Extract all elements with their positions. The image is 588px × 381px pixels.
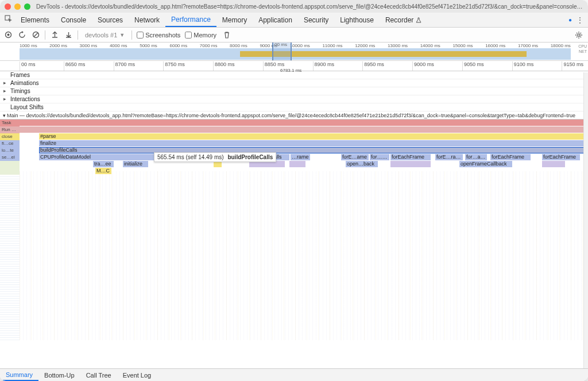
tab-sources[interactable]: Sources — [92, 13, 129, 27]
details-tab-calltree[interactable]: Call Tree — [80, 369, 117, 381]
overview-tick: 2000 ms — [49, 43, 67, 48]
chevron-down-icon: ▾ — [0, 113, 7, 118]
overview-right-labels: CPU NET — [578, 44, 587, 54]
flame-bar-openframecallback[interactable]: open…back — [346, 161, 378, 167]
tab-security[interactable]: Security — [298, 13, 334, 27]
overview-tick: 11000 ms — [322, 43, 342, 48]
track-main[interactable]: ▾ Main — devtools://devtools/bundled/dev… — [0, 111, 588, 120]
overview-selection[interactable]: 00 ms — [272, 43, 292, 60]
overview-tick: 14000 ms — [420, 43, 440, 48]
flame-chart[interactable]: #parse finalize buildProfileCalls CPUPro… — [20, 120, 588, 340]
gutter-seel: se…el — [0, 154, 20, 161]
flame-bar-foreachframe[interactable]: forE…rame — [435, 154, 463, 160]
overview-net-label: NET — [578, 49, 587, 54]
tab-application[interactable]: Application — [253, 13, 298, 27]
ruler-tick: 8650 ms — [64, 61, 86, 71]
garbage-collect-icon[interactable] — [222, 30, 231, 40]
gutter-micro: Run Microtasks — [0, 126, 20, 133]
tab-recorder[interactable]: Recorder — [380, 13, 427, 27]
inspect-element-icon[interactable] — [2, 15, 15, 25]
flame-bar-initialize[interactable]: initialize — [123, 161, 148, 167]
ruler-tick: 9000 ms — [412, 61, 434, 71]
memory-label: Memory — [194, 32, 216, 39]
chevron-down-icon: ▼ — [119, 32, 125, 38]
tab-elements[interactable]: Elements — [15, 13, 55, 27]
details-tabs: Summary Bottom-Up Call Tree Event Log — [0, 368, 588, 381]
overview-cpu-band — [20, 48, 571, 60]
details-tab-bottomup[interactable]: Bottom-Up — [38, 369, 80, 381]
overview-tick: 15000 ms — [452, 43, 473, 48]
reload-record-icon[interactable] — [17, 30, 26, 40]
flame-bar-trace[interactable]: tra…ee — [93, 161, 114, 167]
overview-cpu-label: CPU — [578, 44, 587, 49]
flame-bar[interactable] — [542, 161, 565, 167]
more-tabs-icon[interactable]: ⋮ — [577, 16, 583, 24]
tab-console[interactable]: Console — [55, 13, 92, 27]
flame-bar[interactable] — [289, 161, 305, 167]
track-frames[interactable]: Frames — [0, 71, 588, 79]
scrollbar-vertical[interactable] — [583, 72, 588, 368]
tab-performance[interactable]: Performance — [165, 13, 216, 27]
overview-tick: 12000 ms — [355, 43, 375, 48]
flame-bar-openframecallback[interactable]: openFrameCallback — [459, 161, 512, 167]
tab-lighthouse[interactable]: Lighthouse — [334, 13, 380, 27]
track-label: Frames — [10, 72, 30, 78]
track-layout-shifts[interactable]: Layout Shifts — [0, 103, 588, 111]
window-title: DevTools - devtools://devtools/bundled/d… — [36, 3, 583, 10]
flame-bar-mc[interactable]: M…C — [95, 168, 111, 174]
save-profile-icon[interactable] — [64, 30, 73, 40]
flame-bar-microtasks[interactable] — [20, 126, 588, 133]
load-profile-icon[interactable] — [50, 30, 59, 40]
tab-network[interactable]: Network — [129, 13, 165, 27]
track-interactions[interactable]: ▸Interactions — [0, 95, 588, 103]
track-label: Timings — [10, 88, 30, 94]
flame-bar-foreachframe[interactable]: for…me — [370, 154, 389, 160]
details-tab-eventlog[interactable]: Event Log — [117, 369, 157, 381]
zoom-window-icon[interactable] — [24, 3, 30, 10]
flame-bar-cpuprofiledatamodel[interactable]: CPUProfileDataModel — [39, 154, 154, 160]
flame-bar-foreachframe[interactable]: forEachFrame — [490, 154, 531, 160]
detail-ruler[interactable]: 00 ms 8650 ms 8700 ms 8750 ms 8800 ms 88… — [0, 61, 588, 71]
minimize-window-icon[interactable] — [14, 3, 21, 10]
flame-bar-parse[interactable]: #parse — [39, 133, 588, 140]
track-label: Interactions — [10, 96, 40, 102]
flame-bar[interactable] — [390, 161, 431, 167]
record-icon[interactable] — [3, 30, 13, 40]
screenshots-checkbox[interactable]: Screenshots — [137, 32, 180, 39]
flame-bar-foreachframe[interactable]: forEachFrame — [542, 154, 580, 160]
overview-tick: 8000 ms — [230, 43, 247, 48]
close-window-icon[interactable] — [5, 3, 11, 10]
flame-bar-buildprofilecalls-selected[interactable]: buildProfileCalls — [39, 147, 588, 153]
main-thread-label: Main — devtools://devtools/bundled/devto… — [7, 113, 588, 118]
profile-select[interactable]: devtools #1 ▼ — [83, 32, 127, 39]
track-label: Layout Shifts — [10, 104, 44, 110]
clear-icon[interactable] — [31, 30, 40, 40]
overview-tick: 16000 ms — [485, 43, 505, 48]
performance-toolbar: devtools #1 ▼ Screenshots Memory — [0, 28, 588, 43]
flame-chart-area: Task Run Microtasks close fi…ce lo…te se… — [0, 120, 588, 340]
warning-indicator-icon[interactable]: ● — [568, 17, 572, 23]
track-animations[interactable]: ▸Animations — [0, 79, 588, 87]
tab-memory[interactable]: Memory — [216, 13, 253, 27]
flame-bar-task[interactable] — [20, 120, 588, 126]
track-timings[interactable]: ▸Timings — [0, 87, 588, 95]
track-label: Animations — [10, 80, 38, 86]
flame-bar-frame[interactable]: …rame — [291, 154, 310, 160]
memory-checkbox[interactable]: Memory — [185, 32, 216, 39]
gutter-mini — [0, 161, 20, 168]
details-tab-summary[interactable]: Summary — [0, 369, 38, 381]
timeline-overview[interactable]: 1000 ms 2000 ms 3000 ms 4000 ms 5000 ms … — [0, 43, 588, 61]
overview-tick: 5000 ms — [140, 43, 157, 48]
chevron-right-icon: ▸ — [3, 88, 6, 94]
ruler-tick: 8950 ms — [362, 61, 384, 71]
ruler-tick: 8900 ms — [313, 61, 335, 71]
flame-bar-foreachframe[interactable]: for…ame — [465, 154, 487, 160]
gutter-lote: lo…te — [0, 147, 20, 154]
flame-bar-foreachframe[interactable]: forEachFrame — [390, 154, 431, 160]
settings-gear-icon[interactable] — [574, 30, 583, 40]
flame-bar-foreachframe[interactable]: forE…ame — [341, 154, 369, 160]
flame-bar-finalize[interactable]: finalize — [39, 140, 588, 147]
overview-tick: 17000 ms — [518, 43, 538, 48]
gutter-task: Task — [0, 120, 20, 126]
ruler-tick: 9100 ms — [512, 61, 534, 71]
